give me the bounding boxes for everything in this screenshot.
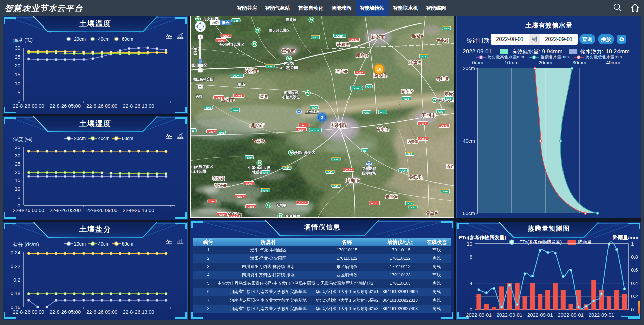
svg-text:+: + <box>199 35 201 39</box>
svg-text:陡门乡: 陡门乡 <box>401 89 414 94</box>
svg-text:0: 0 <box>470 307 472 312</box>
svg-text:郭阳镇: 郭阳镇 <box>212 176 225 181</box>
svg-text:农场: 农场 <box>237 82 245 86</box>
svg-text:G4: G4 <box>367 85 371 88</box>
svg-text:获嘉县: 获嘉县 <box>337 42 350 47</box>
svg-text:0: 0 <box>631 307 634 312</box>
svg-text:尉氏县: 尉氏县 <box>409 175 423 180</box>
svg-text:G207: G207 <box>235 95 242 98</box>
svg-text:S49: S49 <box>268 65 273 68</box>
svg-text:S60: S60 <box>328 171 333 174</box>
svg-text:S25: S25 <box>444 27 449 30</box>
svg-text:0mm: 0mm <box>472 60 483 65</box>
svg-text:G207: G207 <box>237 195 244 198</box>
svg-text:混合: 混合 <box>222 21 229 25</box>
svg-text:4: 4 <box>470 280 472 286</box>
svg-text:新乡县: 新乡县 <box>356 53 369 58</box>
svg-text:22-8-26 09:00: 22-8-26 09:00 <box>86 207 117 213</box>
svg-text:19: 19 <box>377 67 381 72</box>
svg-text:中国·嵩山世界: 中国·嵩山世界 <box>248 166 271 170</box>
svg-text:22-8-26 09:00: 22-8-26 09:00 <box>86 103 117 109</box>
svg-text:8: 8 <box>470 254 472 260</box>
svg-text:S60: S60 <box>285 167 290 170</box>
svg-text:雪里乡: 雪里乡 <box>426 211 438 215</box>
svg-text:20mm: 20mm <box>538 60 552 65</box>
svg-text:胙城乡: 胙城乡 <box>412 34 424 38</box>
svg-text:头镇: 头镇 <box>196 94 203 98</box>
svg-text:G107: G107 <box>356 72 363 75</box>
svg-text:盐分 (ds/m): 盐分 (ds/m) <box>13 241 39 247</box>
svg-text:22-8-26 13:00: 22-8-26 13:00 <box>123 207 154 213</box>
svg-text:新郑市: 新郑市 <box>346 178 360 183</box>
svg-text:国际机场: 国际机场 <box>362 171 376 175</box>
svg-text:0.2: 0.2 <box>631 293 638 299</box>
svg-text:10: 10 <box>15 80 20 86</box>
svg-text:延津县: 延津县 <box>409 60 422 65</box>
svg-text:S60: S60 <box>443 190 448 193</box>
svg-text:G208: G208 <box>218 39 224 42</box>
svg-text:区: 区 <box>193 51 197 55</box>
svg-text:G310: G310 <box>419 138 426 141</box>
svg-text:G344: G344 <box>219 213 226 216</box>
svg-text:G208: G208 <box>223 35 229 38</box>
svg-text:S60: S60 <box>401 169 406 172</box>
svg-text:牛屯镇: 牛屯镇 <box>437 38 449 43</box>
svg-text:2022-09-01: 2022-09-01 <box>527 312 553 318</box>
svg-text:G234: G234 <box>351 39 358 42</box>
svg-text:焦作市: 焦作市 <box>281 48 296 53</box>
svg-text:G234: G234 <box>298 128 305 131</box>
svg-text:G30: G30 <box>312 106 317 109</box>
svg-text:西姜寨: 西姜寨 <box>407 140 419 144</box>
svg-text:郑州新郑: 郑州新郑 <box>362 167 376 171</box>
svg-text:20: 20 <box>15 63 20 68</box>
svg-text:22-8-26 13:00: 22-8-26 13:00 <box>123 309 154 315</box>
svg-text:陈桥镇: 陈桥镇 <box>444 91 454 96</box>
svg-text:S25: S25 <box>421 55 426 58</box>
svg-text:G107: G107 <box>419 122 426 125</box>
svg-text:巩义市: 巩义市 <box>250 123 264 128</box>
svg-text:上街机场: 上街机场 <box>305 110 319 114</box>
svg-text:S87: S87 <box>313 36 318 39</box>
svg-text:S25: S25 <box>407 202 412 205</box>
svg-text:G30: G30 <box>191 129 195 132</box>
svg-text:2: 2 <box>321 115 323 120</box>
svg-text:5: 5 <box>18 194 20 200</box>
svg-text:S1: S1 <box>363 149 366 152</box>
svg-text:2022-09-01: 2022-09-01 <box>589 312 614 318</box>
svg-text:22-8-26 09:00: 22-8-26 09:00 <box>86 309 117 315</box>
svg-text:30: 30 <box>15 153 20 158</box>
svg-text:0.8: 0.8 <box>631 254 638 260</box>
svg-text:2022-09-01: 2022-09-01 <box>466 312 492 318</box>
svg-text:22-8-26 05:00: 22-8-26 05:00 <box>50 207 81 213</box>
svg-text:新乡市: 新乡市 <box>371 34 385 39</box>
svg-text:−: − <box>199 68 201 72</box>
svg-text:朱曲镇: 朱曲镇 <box>385 194 397 199</box>
svg-text:开封市: 开封市 <box>422 113 436 118</box>
svg-text:G207: G207 <box>246 182 252 185</box>
svg-text:G3511: G3511 <box>233 75 241 78</box>
svg-text:(生态)公园: (生态)公园 <box>281 66 298 70</box>
svg-text:2022-09-01: 2022-09-01 <box>496 312 522 318</box>
svg-text:S49: S49 <box>247 156 252 159</box>
svg-text:0.24: 0.24 <box>11 250 20 255</box>
svg-text:大鸿寨: 大鸿寨 <box>276 203 286 207</box>
svg-text:G30: G30 <box>364 111 369 114</box>
svg-text:30: 30 <box>15 45 20 51</box>
svg-text:G55: G55 <box>206 107 211 110</box>
svg-text:S25: S25 <box>404 97 409 100</box>
svg-text:G30: G30 <box>438 110 443 113</box>
svg-text:G30: G30 <box>380 111 385 114</box>
svg-text:−: − <box>199 84 201 88</box>
svg-text:35: 35 <box>15 144 20 150</box>
svg-text:冯庄镇: 冯庄镇 <box>335 69 347 74</box>
svg-text:G5512: G5512 <box>353 87 361 90</box>
svg-text:G107: G107 <box>345 169 352 172</box>
svg-text:山顶公园: 山顶公园 <box>191 169 206 173</box>
svg-text:G220: G220 <box>441 125 448 128</box>
svg-text:G208: G208 <box>215 96 222 99</box>
svg-text:0.18: 0.18 <box>11 290 20 296</box>
svg-text:60cm: 60cm <box>463 210 475 216</box>
svg-text:G55: G55 <box>219 132 224 135</box>
svg-text:郑州市: 郑州市 <box>331 122 347 128</box>
svg-text:10: 10 <box>467 241 472 247</box>
